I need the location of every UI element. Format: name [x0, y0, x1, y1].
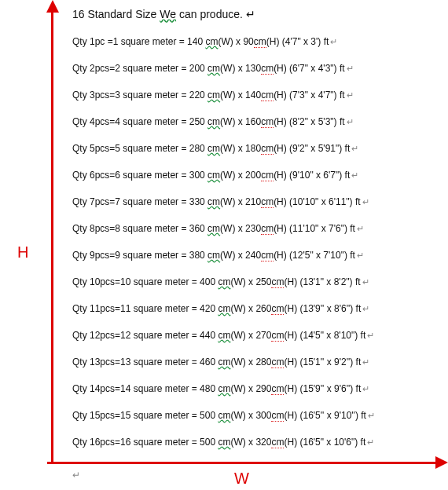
size-entry: Qty 10pcs=10 square meter = 400 cm(W) x …	[72, 276, 434, 303]
size-entries: Qty 1pc =1 square meter = 140 cm(W) x 90…	[72, 36, 434, 463]
arrow-right-icon	[435, 456, 448, 469]
size-entry: Qty 16pcs=16 square meter = 500 cm(W) x …	[72, 437, 434, 463]
size-entry: Qty 14pcs=14 square meter = 480 cm(W) x …	[72, 383, 434, 410]
size-entry: Qty 4pcs=4 square meter = 250 cm(W) x 16…	[72, 116, 434, 143]
size-entry: Qty 5pcs=5 square meter = 280 cm(W) x 18…	[72, 143, 434, 170]
height-axis-label: H	[17, 243, 28, 261]
size-entry: Qty 15pcs=15 square meter = 500 cm(W) x …	[72, 410, 434, 437]
size-entry: Qty 6pcs=6 square meter = 300 cm(W) x 20…	[72, 170, 434, 196]
size-entry: Qty 11pcs=11 square meter = 420 cm(W) x …	[72, 303, 434, 330]
title-prefix: 16 Standard Size	[72, 8, 160, 20]
size-entry: Qty 8pcs=8 square meter = 360 cm(W) x 23…	[72, 223, 434, 250]
size-entry: Qty 12pcs=12 square meter = 440 cm(W) x …	[72, 330, 434, 357]
size-chart: H W 16 Standard Size We can produce. ↵ Q…	[0, 0, 448, 490]
line-break-icon: ↵	[72, 470, 80, 481]
arrow-up-icon	[46, 0, 59, 13]
title-we: We	[160, 8, 176, 20]
chart-title: 16 Standard Size We can produce. ↵	[72, 8, 255, 20]
size-entry: Qty 9pcs=9 square meter = 380 cm(W) x 24…	[72, 250, 434, 276]
width-axis-label: W	[234, 470, 249, 488]
size-entry: Qty 13pcs=13 square meter = 460 cm(W) x …	[72, 357, 434, 383]
size-entry: Qty 1pc =1 square meter = 140 cm(W) x 90…	[72, 36, 434, 63]
size-entry: Qty 2pcs=2 square meter = 200 cm(W) x 13…	[72, 63, 434, 90]
height-axis-line	[51, 4, 53, 463]
size-entry: Qty 3pcs=3 square meter = 220 cm(W) x 14…	[72, 90, 434, 116]
size-entry: Qty 7pcs=7 square meter = 330 cm(W) x 21…	[72, 196, 434, 223]
line-break-icon: ↵	[246, 8, 255, 20]
title-suffix: can produce.	[176, 8, 243, 20]
